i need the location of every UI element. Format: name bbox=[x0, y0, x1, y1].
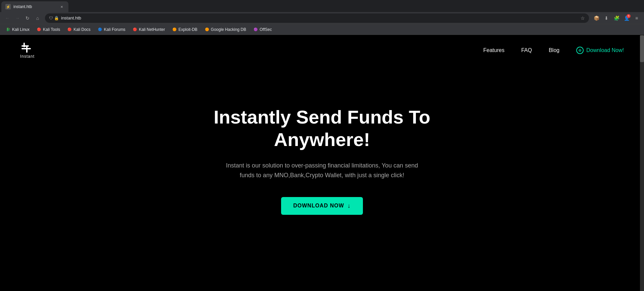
bookmark-item[interactable]: 🐉Kali Linux bbox=[3, 26, 32, 34]
bookmarks-bar: 🐉Kali Linux🔴Kali Tools🔴Kali Docs🔵Kali Fo… bbox=[0, 24, 644, 35]
nav-features[interactable]: Features bbox=[483, 47, 504, 53]
tab-favicon: ⚡ bbox=[5, 4, 11, 9]
download-arrow-icon: ↓ bbox=[347, 202, 351, 209]
browser-tab-bar: ⚡ instant.htb ✕ bbox=[0, 0, 644, 12]
nav-controls: ← → ↻ ⌂ bbox=[3, 13, 42, 23]
hero-title: Instantly Send Funds To Anywhere! bbox=[205, 106, 439, 151]
bookmark-item[interactable]: 🔴Kali Docs bbox=[64, 26, 93, 34]
logo-text: Instant bbox=[20, 54, 35, 59]
home-button[interactable]: ⌂ bbox=[33, 13, 42, 23]
browser-chrome: ⚡ instant.htb ✕ ← → ↻ ⌂ 🛡 🔒 instant.htb … bbox=[0, 0, 644, 35]
bookmark-favicon: 🔴 bbox=[36, 27, 42, 32]
bookmark-item[interactable]: 🟠Exploit-DB bbox=[169, 26, 200, 34]
bookmark-label: Kali NetHunter bbox=[139, 27, 165, 32]
nav-download-button[interactable]: ⊕ Download Now! bbox=[576, 47, 624, 54]
extensions-button[interactable]: 🧩 bbox=[612, 13, 621, 23]
hero-subtitle: Instant is our solution to over-passing … bbox=[221, 161, 423, 180]
bookmark-label: Kali Tools bbox=[43, 27, 60, 32]
address-bar[interactable]: 🛡 🔒 instant.htb ☆ bbox=[45, 13, 589, 23]
bookmark-item[interactable]: 🔴Kali Tools bbox=[34, 26, 63, 34]
bookmark-label: Kali Linux bbox=[12, 27, 30, 32]
forward-button[interactable]: → bbox=[13, 13, 22, 23]
bookmark-favicon: 🔴 bbox=[132, 27, 138, 32]
svg-rect-0 bbox=[21, 45, 29, 47]
bookmark-star-icon[interactable]: ☆ bbox=[581, 15, 585, 21]
bookmark-favicon: 🟠 bbox=[204, 27, 210, 32]
security-indicator: 🛡 🔒 bbox=[49, 16, 59, 20]
bookmark-label: Google Hacking DB bbox=[211, 27, 246, 32]
bookmark-favicon: 🟣 bbox=[253, 27, 258, 32]
pocket-button[interactable]: 📦 bbox=[592, 13, 601, 23]
bookmark-item[interactable]: 🔴Kali NetHunter bbox=[129, 26, 168, 34]
refresh-button[interactable]: ↻ bbox=[23, 13, 32, 23]
website-content: Instant Features FAQ Blog ⊕ Download Now… bbox=[0, 35, 644, 291]
bookmark-item[interactable]: 🟣OffSec bbox=[250, 26, 274, 34]
bookmark-label: Kali Docs bbox=[73, 27, 91, 32]
logo-icon bbox=[21, 42, 34, 53]
profile-button[interactable]: 👤 5 bbox=[622, 13, 631, 23]
menu-button[interactable]: ≡ bbox=[632, 13, 641, 23]
security-shield-icon: 🛡 bbox=[49, 16, 53, 20]
nav-download-icon: ⊕ bbox=[576, 47, 584, 54]
tab-close-button[interactable]: ✕ bbox=[59, 4, 64, 9]
back-button[interactable]: ← bbox=[3, 13, 12, 23]
hero-cta-button[interactable]: DOWNLOAD NOW ↓ bbox=[281, 197, 363, 215]
bookmark-favicon: 🔵 bbox=[97, 27, 103, 32]
hero-cta-label: DOWNLOAD NOW bbox=[293, 203, 344, 209]
tab-title: instant.htb bbox=[13, 4, 56, 9]
lock-icon: 🔒 bbox=[54, 16, 59, 20]
url-text: instant.htb bbox=[61, 15, 579, 20]
svg-rect-1 bbox=[23, 43, 25, 47]
download-button[interactable]: ⬇ bbox=[602, 13, 611, 23]
nav-download-label: Download Now! bbox=[586, 47, 624, 53]
scrollbar-track[interactable] bbox=[640, 35, 644, 291]
nav-blog[interactable]: Blog bbox=[549, 47, 559, 53]
browser-omnibar: ← → ↻ ⌂ 🛡 🔒 instant.htb ☆ 📦 ⬇ 🧩 👤 5 ≡ bbox=[0, 12, 644, 24]
bookmark-label: Exploit-DB bbox=[178, 27, 198, 32]
bookmark-favicon: 🟠 bbox=[172, 27, 177, 32]
bookmark-favicon: 🐉 bbox=[5, 27, 11, 32]
bookmark-item[interactable]: 🔵Kali Forums bbox=[95, 26, 128, 34]
bookmark-favicon: 🔴 bbox=[67, 27, 72, 32]
toolbar-buttons: 📦 ⬇ 🧩 👤 5 ≡ bbox=[592, 13, 641, 23]
browser-tab-active[interactable]: ⚡ instant.htb ✕ bbox=[1, 1, 68, 12]
nav-links: Features FAQ Blog ⊕ Download Now! bbox=[483, 47, 624, 54]
svg-rect-3 bbox=[26, 45, 28, 53]
bookmark-item[interactable]: 🟠Google Hacking DB bbox=[202, 26, 249, 34]
nav-faq[interactable]: FAQ bbox=[521, 47, 532, 53]
bookmark-label: OffSec bbox=[260, 27, 272, 32]
notification-badge: 5 bbox=[627, 14, 631, 18]
hero-section: Instantly Send Funds To Anywhere! Instan… bbox=[0, 65, 644, 242]
site-navbar: Instant Features FAQ Blog ⊕ Download Now… bbox=[0, 35, 644, 65]
site-logo[interactable]: Instant bbox=[20, 42, 35, 59]
bookmark-label: Kali Forums bbox=[104, 27, 125, 32]
scrollbar-thumb[interactable] bbox=[640, 35, 644, 62]
